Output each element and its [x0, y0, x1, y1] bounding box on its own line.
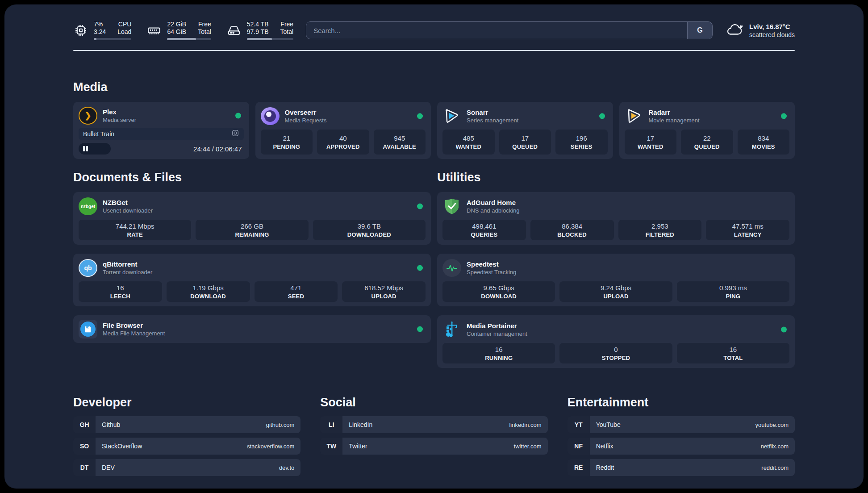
stat-value: 196 — [576, 134, 587, 142]
stat-tile: 16 LEECH — [79, 281, 162, 302]
stat-label: PENDING — [273, 143, 300, 150]
stat-label: APPROVED — [326, 143, 360, 150]
status-dot-online — [417, 265, 423, 271]
app-card-overseerr[interactable]: Overseerr Media Requests 21 PENDING 40 A… — [255, 102, 431, 159]
speedtest-icon — [442, 259, 461, 277]
stat-value: 266 GB — [241, 222, 263, 230]
now-playing-strip: Bullet Train — [79, 128, 244, 140]
stat-label: PING — [726, 293, 741, 300]
link-abbr: TW — [320, 438, 342, 455]
stat-label: LEECH — [110, 293, 130, 300]
link-twitter[interactable]: TW Twitter twitter.com — [320, 438, 547, 455]
stat-tile: 9.24 Gbps UPLOAD — [559, 281, 672, 302]
link-label: Netflix — [596, 443, 613, 450]
stat-label: REMAINING — [235, 231, 269, 238]
app-card-speedtest[interactable]: Speedtest Speedtest Tracking 9.65 Gbps D… — [437, 254, 795, 306]
section-title-documents: Documents & Files — [73, 170, 431, 185]
app-card-sonarr[interactable]: Sonarr Series management 485 WANTED 17 Q… — [437, 102, 613, 159]
app-card-filebrowser[interactable]: File Browser Media File Management — [73, 315, 431, 343]
link-url: youtube.com — [755, 422, 789, 428]
weather-widget: Lviv, 16.87°C scattered clouds — [725, 22, 795, 39]
pause-icon[interactable] — [83, 146, 88, 151]
link-label: Twitter — [349, 443, 367, 450]
app-name: Plex — [103, 108, 136, 116]
stat-tile: 21 PENDING — [261, 130, 313, 155]
app-subtitle: Torrent downloader — [103, 268, 152, 276]
app-card-qbittorrent[interactable]: qb qBittorrent Torrent downloader 16 LEE… — [73, 254, 431, 306]
radarr-icon — [625, 107, 643, 125]
search-bar: G — [306, 21, 713, 39]
app-card-portainer[interactable]: Media Portainer Container management 16 … — [437, 315, 795, 368]
link-label: StackOverflow — [102, 443, 142, 450]
search-input[interactable] — [306, 22, 687, 39]
status-dot-online — [417, 326, 423, 332]
link-youtube[interactable]: YT YouTube youtube.com — [568, 416, 795, 433]
link-stackoverflow[interactable]: SO StackOverflow stackoverflow.com — [73, 438, 300, 455]
app-name: Sonarr — [467, 108, 518, 117]
cpu-progress-bar — [94, 38, 131, 40]
app-subtitle: Media server — [103, 116, 136, 124]
stat-value: 9.65 Gbps — [484, 284, 514, 292]
stat-tile: 945 AVAILABLE — [374, 130, 426, 155]
stat-value: 17 — [647, 134, 654, 142]
stat-label: QUEUED — [694, 143, 720, 150]
link-label: Github — [102, 421, 120, 428]
filebrowser-icon — [79, 320, 97, 338]
status-dot-online — [417, 204, 423, 209]
link-github[interactable]: GH Github github.com — [73, 416, 300, 433]
app-card-adguard[interactable]: AdGuard Home DNS and adblocking 498,461 … — [437, 192, 795, 245]
app-subtitle: Speedtest Tracking — [467, 268, 516, 276]
stat-tile: 485 WANTED — [442, 130, 495, 155]
ram-values: 22 GiB64 GiB — [167, 21, 186, 36]
stat-label: DOWNLOAD — [481, 293, 517, 300]
app-subtitle: DNS and adblocking — [467, 207, 520, 214]
plex-icon: ❯ — [79, 107, 97, 125]
link-abbr: SO — [73, 438, 96, 455]
stat-value: 0.993 ms — [719, 284, 747, 292]
link-dev[interactable]: DT DEV dev.to — [73, 459, 300, 476]
link-reddit[interactable]: RE Reddit reddit.com — [568, 459, 795, 476]
weather-location-temp: Lviv, 16.87°C — [749, 22, 795, 31]
status-dot-online — [417, 113, 423, 119]
link-url: reddit.com — [761, 464, 789, 471]
stat-tile: 834 MOVIES — [738, 130, 790, 155]
app-card-nzbget[interactable]: nzbget NZBGet Usenet downloader 744.21 M… — [73, 192, 431, 245]
status-dot-online — [599, 113, 605, 119]
stat-value: 0 — [614, 345, 618, 354]
app-card-plex[interactable]: ❯ Plex Media server Bullet Train — [73, 102, 249, 159]
adguard-icon — [442, 197, 461, 216]
camera-icon[interactable] — [231, 129, 239, 139]
search-engine-button[interactable]: G — [687, 22, 712, 39]
link-label: LinkedIn — [349, 421, 372, 428]
stat-tile: 47.571 ms LATENCY — [706, 220, 789, 240]
status-dot-online — [781, 113, 787, 119]
app-name: AdGuard Home — [467, 198, 520, 207]
link-abbr: YT — [568, 416, 590, 433]
app-subtitle: Series management — [467, 117, 518, 124]
link-abbr: LI — [320, 416, 342, 433]
now-playing-title: Bullet Train — [83, 130, 231, 138]
stat-tile: 744.21 Mbps RATE — [79, 220, 191, 240]
qbittorrent-icon: qb — [79, 259, 97, 277]
link-url: stackoverflow.com — [247, 443, 294, 450]
stat-label: SEED — [288, 293, 304, 300]
disk-values: 52.4 TB97.9 TB — [247, 21, 269, 36]
disk-progress-bar — [247, 38, 293, 40]
stat-label: QUEUED — [512, 143, 538, 150]
cpu-metric: 7%3.24 CPULoad — [73, 21, 131, 40]
status-dot-online — [781, 327, 787, 333]
app-name: Media Portainer — [467, 322, 527, 330]
stat-label: MOVIES — [752, 143, 775, 150]
app-card-radarr[interactable]: Radarr Movie management 17 WANTED 22 QUE… — [619, 102, 795, 159]
stat-tile: 9.65 Gbps DOWNLOAD — [442, 281, 555, 302]
section-title-social: Social — [320, 395, 547, 410]
sonarr-icon — [442, 107, 461, 125]
link-linkedin[interactable]: LI LinkedIn linkedin.com — [320, 416, 547, 433]
top-bar: 7%3.24 CPULoad — [73, 20, 795, 41]
stat-label: BLOCKED — [557, 231, 587, 238]
stat-label: WANTED — [638, 143, 664, 150]
stat-label: FILTERED — [646, 231, 674, 238]
stat-label: AVAILABLE — [383, 143, 416, 150]
link-netflix[interactable]: NF Netflix netflix.com — [568, 438, 795, 455]
app-name: Overseerr — [285, 108, 327, 117]
